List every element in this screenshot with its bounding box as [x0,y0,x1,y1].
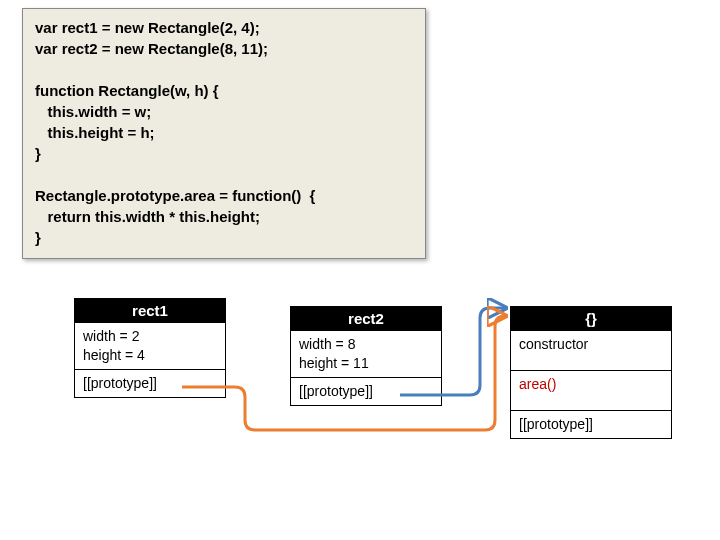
object-rect1-props: width = 2 height = 4 [75,322,225,369]
object-prototype-constructor: constructor [511,330,671,370]
object-rect1: rect1 width = 2 height = 4 [[prototype]] [74,298,226,398]
object-rect2-title: rect2 [291,307,441,330]
object-rect2-props: width = 8 height = 11 [291,330,441,377]
object-rect2-proto: [[prototype]] [291,377,441,405]
code-block: var rect1 = new Rectangle(2, 4); var rec… [22,8,426,259]
object-prototype-area: area() [511,370,671,410]
object-prototype-title: {} [511,307,671,330]
object-prototype-proto: [[prototype]] [511,410,671,438]
object-rect2: rect2 width = 8 height = 11 [[prototype]… [290,306,442,406]
object-rect1-title: rect1 [75,299,225,322]
object-prototype: {} constructor area() [[prototype]] [510,306,672,439]
object-rect1-proto: [[prototype]] [75,369,225,397]
